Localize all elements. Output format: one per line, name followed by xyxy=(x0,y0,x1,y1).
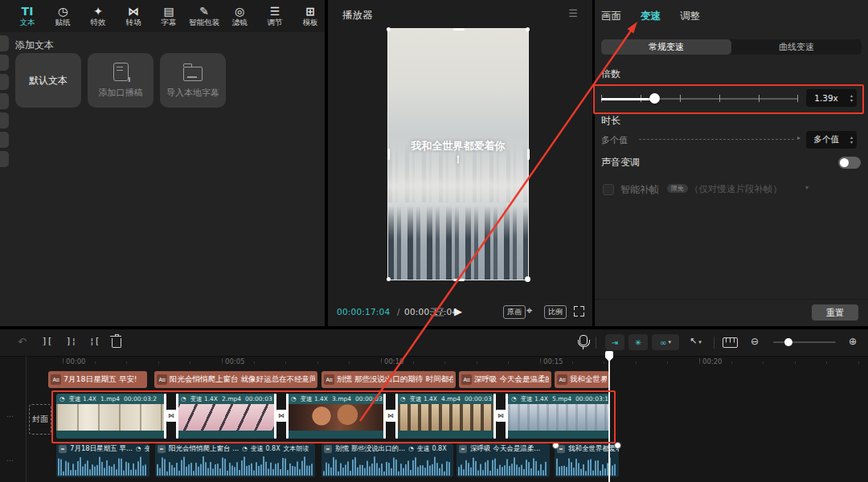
fullscreen-icon[interactable] xyxy=(574,306,584,317)
duration-stepper[interactable]: ▴▾ xyxy=(846,135,857,145)
folder-icon xyxy=(183,67,203,81)
audio-clip[interactable]: ≈7月18日星期五 早...◔变 xyxy=(56,443,149,477)
video-clip-2.mp4[interactable]: ◔变速 1.4X2.mp400:00:03 xyxy=(178,394,275,439)
card-default-text[interactable]: 默认文本 xyxy=(15,53,81,108)
collapsed-tab[interactable] xyxy=(0,93,9,109)
linkage-toggle-icon[interactable]: ✳ xyxy=(628,334,648,350)
speed-slider-handle[interactable] xyxy=(649,93,660,104)
subtab-曲线变速[interactable]: 曲线变速 xyxy=(731,39,862,55)
video-track-options[interactable]: ⋯ xyxy=(6,412,14,420)
split-keep-right-icon[interactable]: ¦[ xyxy=(89,336,100,346)
transition-icon[interactable]: ⋈ xyxy=(495,410,507,422)
text-clip[interactable]: A≡阳光会悄悄爬上窗台 就像好运总在不经意间到来 xyxy=(154,371,317,388)
handle-mid-right[interactable] xyxy=(527,149,530,160)
zoom-in-icon[interactable]: ⊕ xyxy=(849,336,857,347)
frame-step-icon[interactable] xyxy=(431,308,444,317)
toolbar-item-smart-pack[interactable]: ✎智能包装 xyxy=(186,6,222,27)
collapsed-tab[interactable] xyxy=(0,132,9,148)
player-menu-icon[interactable]: ☰ xyxy=(568,7,578,19)
toolbar-item-adjust[interactable]: ☰调节 xyxy=(257,6,293,27)
tab-变速[interactable]: 变速 xyxy=(641,10,661,23)
duration-value-box[interactable]: 多个值 ▴▾ xyxy=(806,131,857,149)
card-import-subtitles[interactable]: 导入本地字幕 xyxy=(160,53,226,108)
pitch-toggle[interactable] xyxy=(838,157,861,169)
ratio-button[interactable]: 比例 xyxy=(544,305,567,319)
ruler-minor-tick xyxy=(381,362,382,364)
audio-clip[interactable]: ≈别慌 那些没说出口的...◔变速 0.8X xyxy=(321,443,453,477)
link-toggle-icon[interactable]: ∞▾ xyxy=(652,334,679,350)
original-quality-button[interactable]: 原画 xyxy=(503,305,526,319)
ruler-icon[interactable] xyxy=(723,337,738,348)
speed-value-box[interactable]: 1.39x ▴▾ xyxy=(806,89,857,107)
audio-track-options[interactable]: ⋯ xyxy=(6,456,14,464)
timeline-zoom-handle[interactable] xyxy=(784,338,792,346)
video-preview[interactable]: 我和全世界都爱着你！ xyxy=(388,29,528,280)
focus-icon[interactable]: ⌖ xyxy=(526,304,532,317)
toolbar-item-label: 文本 xyxy=(20,18,35,27)
handle-bottom-left[interactable] xyxy=(387,277,391,281)
handle-bottom-right[interactable] xyxy=(525,276,530,282)
fade-handle-right[interactable] xyxy=(614,442,621,449)
toolbar-item-templates[interactable]: ⊞模板 xyxy=(293,6,325,27)
toolbar-item-captions[interactable]: ▤字幕 xyxy=(151,6,186,27)
toolbar-item-stickers[interactable]: ◷贴纸 xyxy=(45,6,80,27)
video-clip-header: ◔变速 1.4X5.mp400:00:03:19 xyxy=(508,394,609,404)
text-clip[interactable]: A≡7月18日星期五 早安! xyxy=(48,371,147,388)
toolbar-item-filters[interactable]: ◎滤镜 xyxy=(222,6,257,27)
toolbar-item-text[interactable]: TI文本 xyxy=(10,6,45,27)
handle-top-right[interactable] xyxy=(526,27,530,31)
preview-text-overlay[interactable]: 我和全世界都爱着你！ xyxy=(388,139,528,166)
clip-thumbnails xyxy=(508,404,609,431)
video-clip-5.mp4[interactable]: ◔变速 1.4X5.mp400:00:03:19 xyxy=(508,394,609,439)
cover-button[interactable]: 封面 xyxy=(29,404,51,435)
text-clip[interactable]: A≡别慌 那些没说出口的期待 时间都在慢慢挣 xyxy=(321,371,456,388)
fade-handle-left[interactable] xyxy=(552,442,559,449)
subtab-常规变速[interactable]: 常规变速 xyxy=(601,39,731,55)
toolbar-item-effects[interactable]: ✦特效 xyxy=(80,6,116,27)
interpolation-chevron-icon[interactable]: ▾ xyxy=(805,184,809,191)
video-clip-4.mp4[interactable]: ◔变速 1.4X4.mp400:00:03 xyxy=(397,394,493,439)
collapsed-tab[interactable] xyxy=(0,74,9,90)
handle-top-left[interactable] xyxy=(387,27,391,31)
media-type-toolbar: TI文本◷贴纸✦特效⋈转场▤字幕✎智能包装◎滤镜☰调节⊞模板≫ xyxy=(0,0,325,32)
handle-mid-bottom[interactable] xyxy=(453,279,465,281)
snap-toggle-icon[interactable]: ⇥ xyxy=(605,334,624,350)
zoom-out-icon[interactable]: ⊖ xyxy=(751,336,759,347)
toolbar-divider-2 xyxy=(714,337,714,349)
video-clip-3.mp4[interactable]: ◔变速 1.4X3.mp400:00:03 xyxy=(288,394,384,439)
undo-icon[interactable]: ↶ xyxy=(18,336,27,348)
handle-mid-top[interactable] xyxy=(453,28,465,31)
reset-button[interactable]: 重置 xyxy=(812,304,858,321)
interpolation-checkbox[interactable] xyxy=(603,184,614,195)
record-voiceover-icon[interactable] xyxy=(579,335,588,345)
speed-stepper[interactable]: ▴▾ xyxy=(846,93,857,103)
handle-mid-left[interactable] xyxy=(387,149,390,160)
speed-icon: ◔ xyxy=(400,395,406,402)
tab-画面[interactable]: 画面 xyxy=(601,10,621,23)
play-button[interactable]: ▶ xyxy=(454,305,462,317)
collapsed-tab[interactable] xyxy=(0,55,9,71)
audio-speed-badge: 变 xyxy=(145,444,149,453)
text-clip[interactable]: A≡我和全世界都爱着 xyxy=(555,371,609,388)
card-add-script[interactable]: 添加口播稿 xyxy=(88,53,154,108)
collapsed-tab[interactable] xyxy=(0,35,9,51)
tab-调整[interactable]: 调整 xyxy=(680,10,700,23)
collapsed-tab[interactable] xyxy=(0,112,9,129)
select-tool-icon[interactable]: ↖▾ xyxy=(690,336,702,346)
transition-icon[interactable]: ⋈ xyxy=(166,410,178,422)
transition-icon[interactable]: ⋈ xyxy=(385,410,397,422)
transition-icon[interactable]: ⋈ xyxy=(276,410,288,422)
split-icon[interactable]: ][ xyxy=(42,336,52,346)
audio-clip[interactable]: ≈阳光会悄悄爬上窗台 ...◔变速 0.8X文本朗读 xyxy=(155,443,315,477)
timeline-zoom-slider[interactable] xyxy=(773,341,836,343)
audio-clip[interactable]: ≈深呼吸 今天会是温柔... xyxy=(457,443,550,477)
collapsed-tab[interactable] xyxy=(0,151,9,167)
video-clip-1.mp4[interactable]: ◔变速 1.4X1.mp400:00:03:2 xyxy=(56,394,165,439)
speed-slider-fill xyxy=(601,98,655,100)
toolbar-item-transitions[interactable]: ⋈转场 xyxy=(116,6,151,27)
text-clip[interactable]: A≡深呼吸 今天会是温柔的一天 xyxy=(459,371,551,388)
captions-icon: ▤ xyxy=(163,6,174,18)
clip-thumbnails xyxy=(397,404,493,431)
split-keep-left-icon[interactable]: ]¦ xyxy=(66,336,76,346)
delete-icon[interactable] xyxy=(112,338,121,348)
